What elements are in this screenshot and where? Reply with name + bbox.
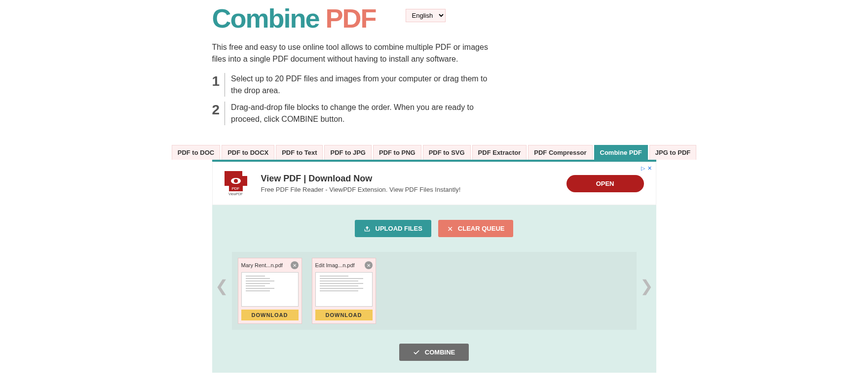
clear-queue-button[interactable]: CLEAR QUEUE [438,220,514,237]
check-icon [413,349,420,356]
tab-pdf-to-jpg[interactable]: PDF to JPG [324,145,372,160]
tab-pdf-to-docx[interactable]: PDF to DOCX [222,145,274,160]
step-item: 2 Drag-and-drop file blocks to change th… [212,102,489,125]
tab-combine-pdf[interactable]: Combine PDF [594,145,648,160]
ad-logo: PDF ViewPDF [225,171,247,196]
queue-wrapper: ❮ ❯ Mary Rent...n.pdf ✕ DOWNLOAD Edit Im… [212,242,656,330]
tab-jpg-to-pdf[interactable]: JPG to PDF [649,145,697,160]
step-number: 2 [212,102,226,125]
intro-text: This free and easy to use online tool al… [212,41,489,65]
toolbar: UPLOAD FILES CLEAR QUEUE [212,205,656,242]
next-button[interactable]: ❯ [640,277,653,295]
ad-info-icons[interactable]: ▷ ✕ [641,165,652,172]
tab-pdf-to-svg[interactable]: PDF to SVG [423,145,471,160]
logo-part2: PDF [326,3,376,33]
tab-pdf-compressor[interactable]: PDF Compressor [528,145,592,160]
close-icon [447,226,453,232]
file-thumbnail [315,272,373,307]
prev-button[interactable]: ❮ [215,277,228,295]
step-item: 1 Select up to 20 PDF files and images f… [212,73,489,97]
ad-subtitle: Free PDF File Reader - ViewPDF Extension… [261,186,553,193]
step-text: Drag-and-drop file blocks to change the … [231,102,488,125]
file-remove-icon[interactable]: ✕ [291,261,299,269]
upload-label: UPLOAD FILES [376,225,422,232]
combine-button[interactable]: COMBINE [399,344,469,361]
language-select[interactable]: English [406,9,446,22]
logo: Combine PDF [212,5,376,32]
tabs-nav: PDF to DOC PDF to DOCX PDF to Text PDF t… [212,145,656,162]
logo-part1: Combine [212,3,326,33]
upload-files-button[interactable]: UPLOAD FILES [355,220,431,237]
tab-pdf-extractor[interactable]: PDF Extractor [472,145,527,160]
tab-pdf-to-text[interactable]: PDF to Text [276,145,323,160]
tab-pdf-to-png[interactable]: PDF to PNG [373,145,421,160]
tab-pdf-to-doc[interactable]: PDF to DOC [172,145,220,160]
workspace: ▷ ✕ PDF ViewPDF View PDF | Download Now … [212,162,656,373]
file-thumbnail [241,272,299,307]
file-remove-icon[interactable]: ✕ [365,261,373,269]
file-name: Mary Rent...n.pdf [241,262,283,268]
ad-open-button[interactable]: OPEN [566,175,644,192]
file-queue[interactable]: Mary Rent...n.pdf ✕ DOWNLOAD Edit Imag..… [232,252,637,330]
ad-choices-icon[interactable]: ▷ [641,165,645,172]
ad-title: View PDF | Download Now [261,174,553,184]
file-name: Edit Imag...n.pdf [315,262,355,268]
ad-banner[interactable]: ▷ ✕ PDF ViewPDF View PDF | Download Now … [212,162,656,205]
download-button[interactable]: DOWNLOAD [315,310,373,320]
file-item[interactable]: Edit Imag...n.pdf ✕ DOWNLOAD [312,258,376,324]
step-text: Select up to 20 PDF files and images fro… [231,73,488,97]
clear-label: CLEAR QUEUE [458,225,505,232]
step-number: 1 [212,73,226,97]
ad-close-icon[interactable]: ✕ [647,165,652,172]
steps-list: 1 Select up to 20 PDF files and images f… [212,73,656,125]
ad-icon-sub: ViewPDF [228,192,243,196]
ad-icon-label: PDF [229,186,243,191]
upload-icon [364,225,371,232]
combine-label: COMBINE [425,349,455,356]
download-button[interactable]: DOWNLOAD [241,310,299,320]
file-item[interactable]: Mary Rent...n.pdf ✕ DOWNLOAD [238,258,302,324]
